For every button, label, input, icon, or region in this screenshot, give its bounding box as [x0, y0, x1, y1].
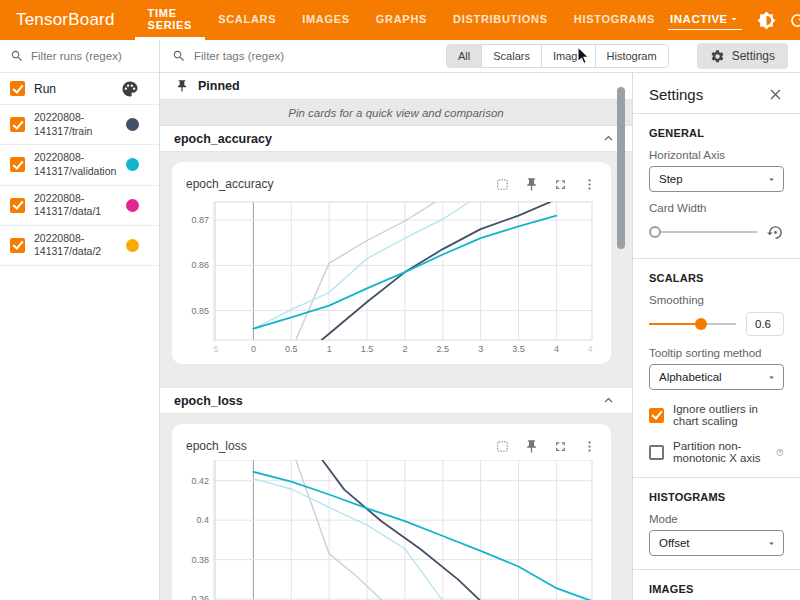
histograms-heading: HISTOGRAMS	[649, 491, 784, 503]
svg-text:0.42: 0.42	[191, 476, 209, 486]
chevron-up-icon[interactable]	[601, 131, 616, 146]
fullscreen-icon[interactable]	[553, 177, 568, 192]
divider	[633, 477, 800, 478]
section-title: epoch_accuracy	[174, 132, 272, 146]
svg-text:4: 4	[587, 344, 592, 354]
svg-text:1.5: 1.5	[361, 344, 374, 354]
runs-sidebar: Run 20220808-141317/train 20220808-14131…	[0, 40, 160, 600]
tooltip-sorting-select[interactable]: Alphabetical	[649, 364, 784, 390]
run-select-all-checkbox[interactable]	[10, 81, 25, 96]
tab-scalars[interactable]: SCALARS	[205, 0, 289, 40]
settings-button[interactable]: Settings	[697, 43, 788, 69]
tags-toolbar: All Scalars Image Histogram Settings	[160, 40, 800, 73]
scrollbar-thumb[interactable]	[617, 87, 625, 249]
run-row-validation[interactable]: 20220808-141317/validation	[0, 145, 159, 185]
runs-column-header: Run	[0, 73, 159, 105]
svg-text:0.86: 0.86	[191, 260, 209, 270]
reset-icon[interactable]	[767, 224, 784, 241]
reload-status-value: INACTIVE	[670, 13, 728, 25]
chevron-down-icon	[728, 13, 740, 25]
header-icon-group	[742, 11, 800, 30]
more-options-icon[interactable]	[582, 439, 597, 454]
horizontal-axis-value: Step	[659, 173, 683, 185]
filter-histogram-button[interactable]: Histogram	[595, 45, 668, 67]
close-icon[interactable]	[767, 86, 784, 103]
pin-hint-text: Pin cards for a quick view and compariso…	[160, 100, 632, 126]
section-epoch-accuracy[interactable]: epoch_accuracy	[160, 126, 632, 152]
run-checkbox[interactable]	[10, 198, 25, 213]
chevron-down-icon	[766, 538, 777, 549]
tags-filter-input[interactable]	[194, 50, 446, 62]
section-epoch-loss[interactable]: epoch_loss	[160, 388, 632, 414]
theme-toggle-icon[interactable]	[757, 11, 776, 30]
data-selection-icon[interactable]	[495, 177, 510, 192]
svg-text:0.4: 0.4	[196, 515, 209, 525]
svg-text:4: 4	[554, 344, 559, 354]
card-width-label: Card Width	[649, 202, 784, 214]
runs-column-label: Run	[34, 82, 121, 96]
svg-text:0.87: 0.87	[191, 215, 209, 225]
tensorboard-app: TensorBoard TIME SERIES SCALARS IMAGES G…	[0, 0, 800, 600]
tab-distributions[interactable]: DISTRIBUTIONS	[440, 0, 561, 40]
tab-graphs[interactable]: GRAPHS	[363, 0, 440, 40]
horizontal-axis-select[interactable]: Step	[649, 166, 784, 192]
run-label: 20220808-141317/validation	[34, 151, 126, 178]
smoothing-label: Smoothing	[649, 294, 784, 306]
svg-text:0.85: 0.85	[191, 306, 209, 316]
tooltip-sorting-label: Tooltip sorting method	[649, 347, 784, 359]
histogram-mode-value: Offset	[659, 537, 689, 549]
svg-text:0.36: 0.36	[191, 594, 209, 600]
run-label: 20220808-141317/data/2	[34, 232, 126, 259]
horizontal-axis-label: Horizontal Axis	[649, 149, 784, 161]
filter-all-button[interactable]: All	[447, 45, 481, 67]
run-row-train[interactable]: 20220808-141317/train	[0, 105, 159, 145]
runs-filter-input[interactable]	[31, 50, 149, 62]
smoothing-slider[interactable]	[649, 317, 736, 331]
histogram-mode-select[interactable]: Offset	[649, 530, 784, 556]
chevron-down-icon	[766, 174, 777, 185]
run-row-data2[interactable]: 20220808-141317/data/2	[0, 226, 159, 266]
chevron-down-icon	[766, 372, 777, 383]
tab-histograms[interactable]: HISTOGRAMS	[561, 0, 668, 40]
pin-icon[interactable]	[524, 177, 539, 192]
palette-icon[interactable]	[121, 80, 139, 98]
svg-text:1: 1	[327, 344, 332, 354]
run-checkbox[interactable]	[10, 117, 25, 132]
svg-text:3: 3	[478, 344, 483, 354]
run-row-data1[interactable]: 20220808-141317/data/1	[0, 186, 159, 226]
epoch-loss-chart[interactable]: 0.420.40.380.36	[186, 460, 596, 600]
app-header: TensorBoard TIME SERIES SCALARS IMAGES G…	[0, 0, 800, 40]
partition-x-label: Partition non-monotonic X axis	[673, 440, 767, 464]
tooltip-sorting-value: Alphabetical	[659, 371, 722, 383]
general-heading: GENERAL	[649, 127, 784, 139]
help-icon[interactable]	[776, 446, 784, 459]
tab-time-series[interactable]: TIME SERIES	[135, 0, 206, 40]
run-checkbox[interactable]	[10, 238, 25, 253]
card-epoch-accuracy: epoch_accuracy 0.850.860.8700.511.522.53…	[172, 162, 611, 364]
pin-icon[interactable]	[524, 439, 539, 454]
chevron-up-icon[interactable]	[601, 393, 616, 408]
gear-icon	[710, 49, 725, 64]
svg-text:3.5: 3.5	[512, 344, 525, 354]
epoch-accuracy-chart[interactable]: 0.850.860.8700.511.522.533.5454	[186, 198, 596, 356]
partition-x-checkbox[interactable]	[649, 445, 664, 460]
ignore-outliers-label: Ignore outliers in chart scaling	[673, 403, 784, 427]
tag-type-filter-group: All Scalars Image Histogram	[446, 44, 669, 68]
svg-text:2.5: 2.5	[437, 344, 450, 354]
svg-text:0.5: 0.5	[285, 344, 298, 354]
ignore-outliers-checkbox[interactable]	[649, 408, 664, 423]
more-options-icon[interactable]	[582, 177, 597, 192]
smoothing-value-input[interactable]: 0.6	[746, 312, 784, 336]
card-width-slider[interactable]	[649, 225, 757, 239]
tab-images[interactable]: IMAGES	[289, 0, 363, 40]
pinned-label: Pinned	[198, 79, 240, 93]
refresh-icon[interactable]	[788, 11, 800, 30]
card-epoch-loss: epoch_loss 0.420.40.380.36	[172, 424, 611, 600]
data-selection-icon[interactable]	[495, 439, 510, 454]
filter-scalars-button[interactable]: Scalars	[481, 45, 541, 67]
fullscreen-icon[interactable]	[553, 439, 568, 454]
app-logo: TensorBoard	[0, 10, 135, 30]
reload-status-dropdown[interactable]: INACTIVE	[668, 10, 742, 30]
run-checkbox[interactable]	[10, 157, 25, 172]
search-icon	[172, 49, 186, 63]
